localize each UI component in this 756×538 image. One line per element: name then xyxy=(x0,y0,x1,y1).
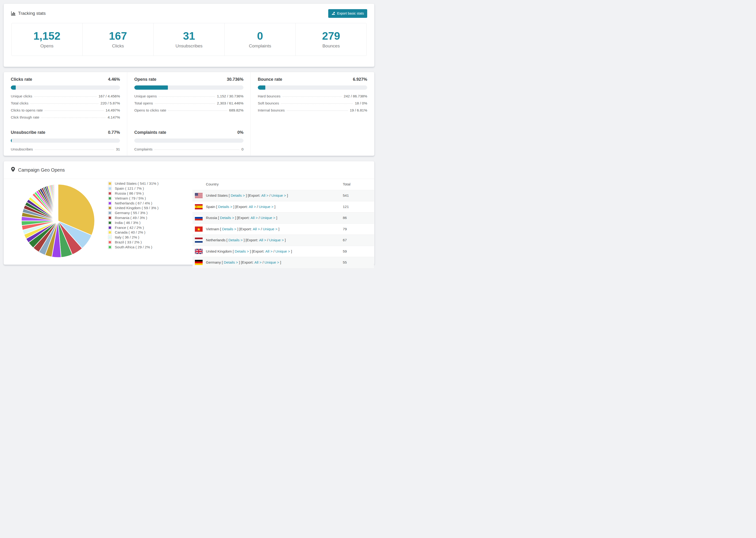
geo-title: Campaign Geo Opens xyxy=(18,167,65,173)
export-button-label: Export basic stats xyxy=(337,12,364,15)
legend-swatch xyxy=(108,245,112,249)
rate-title: Unsubscribe rate xyxy=(11,130,45,135)
dotted-leader xyxy=(41,118,106,118)
legend-item: Romania ( 49 / 3% ) xyxy=(108,215,158,220)
dotted-leader xyxy=(159,96,215,97)
legend-label: South Africa ( 29 / 2% ) xyxy=(115,245,152,249)
ru-flag-icon xyxy=(195,215,203,220)
export-all-link[interactable]: All > xyxy=(254,260,262,264)
rates-panel: Clicks rate4.46%Unique clicks167 / 4.456… xyxy=(4,72,374,156)
rate-list-item: Soft bounces18 / 0% xyxy=(258,101,367,105)
total-cell: 67 xyxy=(343,238,374,242)
export-unique-link[interactable]: Unique > xyxy=(271,193,286,197)
rate-progress-bar xyxy=(11,85,120,90)
legend-label: United States ( 541 / 31% ) xyxy=(115,182,158,186)
export-unique-link[interactable]: Unique > xyxy=(264,260,279,264)
pie-slice-other xyxy=(58,184,58,221)
export-all-link[interactable]: All > xyxy=(265,249,273,253)
rate-block: Complaints rate0%Complaints0 xyxy=(127,124,251,156)
tracking-stats-header: Tracking stats Export basic stats xyxy=(4,4,374,23)
legend-swatch xyxy=(108,226,112,230)
export-unique-link[interactable]: Unique > xyxy=(275,249,290,253)
legend-label: Spain ( 121 / 7% ) xyxy=(115,187,144,190)
rate-progress-bar xyxy=(11,138,120,143)
details-link[interactable]: Details > xyxy=(229,238,243,242)
rate-item-label: Complaints xyxy=(134,147,153,151)
details-link[interactable]: Details > xyxy=(231,193,245,197)
summary-stat: 31Unsubscribes xyxy=(153,23,225,56)
details-link[interactable]: Details > xyxy=(220,216,234,220)
rate-list-item: Total clicks220 / 5.87% xyxy=(11,101,120,105)
legend-swatch xyxy=(108,196,112,200)
rate-item-value: 19 / 6.81% xyxy=(350,108,367,112)
export-all-link[interactable]: All > xyxy=(253,227,260,231)
legend-swatch xyxy=(108,216,112,220)
rate-progress-fill xyxy=(258,85,265,90)
country-name: Spain xyxy=(206,205,215,209)
export-unique-link[interactable]: Unique > xyxy=(263,227,277,231)
country-table-row: Germany[Details >][Export:All >/Unique >… xyxy=(192,257,374,268)
rate-progress-bar xyxy=(134,85,243,90)
legend-item: Vietnam ( 79 / 5% ) xyxy=(108,196,158,201)
rate-value: 0.77% xyxy=(108,130,120,135)
export-unique-link[interactable]: Unique > xyxy=(269,238,284,242)
export-all-link[interactable]: All > xyxy=(249,205,256,209)
details-link[interactable]: Details > xyxy=(218,205,233,209)
tracking-stats-panel: Tracking stats Export basic stats 1,152O… xyxy=(4,4,374,67)
export-all-link[interactable]: All > xyxy=(259,238,266,242)
empty-cell xyxy=(251,124,374,156)
stat-label: Bounces xyxy=(322,43,340,49)
rate-progress-fill xyxy=(11,138,12,143)
country-cell: Russia[Details >][Export:All >/Unique >] xyxy=(206,216,343,220)
stat-value: 0 xyxy=(257,30,263,41)
country-table-row: United Kingdom[Details >][Export:All >/U… xyxy=(192,246,374,257)
total-cell: 541 xyxy=(343,193,374,198)
rate-list-item: Opens to clicks rate689.82% xyxy=(134,108,243,112)
stat-value: 279 xyxy=(322,30,340,41)
export-all-link[interactable]: All > xyxy=(250,216,258,220)
details-link[interactable]: Details > xyxy=(235,249,249,253)
export-all-link[interactable]: All > xyxy=(261,193,269,197)
total-cell: 59 xyxy=(343,249,374,253)
export-unique-link[interactable]: Unique > xyxy=(261,216,275,220)
bracket: ] xyxy=(250,249,251,253)
summary-stat: 167Clicks xyxy=(82,23,153,56)
legend-item: Brazil ( 33 / 2% ) xyxy=(108,240,158,245)
export-basic-stats-button[interactable]: Export basic stats xyxy=(328,9,367,18)
slash: / xyxy=(259,216,260,220)
rate-block: Unsubscribe rate0.77%Unsubscribes31 xyxy=(4,124,127,156)
legend-label: Vietnam ( 79 / 5% ) xyxy=(115,196,146,200)
rate-item-label: Internal bounces xyxy=(258,108,285,112)
stat-label: Clicks xyxy=(112,43,124,49)
rate-progress-bar xyxy=(258,85,367,90)
stat-value: 167 xyxy=(109,30,127,41)
details-link[interactable]: Details > xyxy=(222,227,237,231)
slash: / xyxy=(261,227,262,231)
map-pin-icon xyxy=(11,167,15,173)
rate-list-item: Unsubscribes31 xyxy=(11,147,120,151)
legend-label: Romania ( 49 / 3% ) xyxy=(115,216,147,220)
legend-swatch xyxy=(108,206,112,210)
rate-list-item: Unique clicks167 / 4.456% xyxy=(11,94,120,98)
legend-swatch xyxy=(108,191,112,195)
export-icon xyxy=(332,11,335,16)
rate-list-item: Click through rate4.147% xyxy=(11,115,120,120)
export-unique-link[interactable]: Unique > xyxy=(259,205,273,209)
legend-item: United Kingdom ( 59 / 3% ) xyxy=(108,206,158,211)
column-header-country: Country xyxy=(192,182,343,187)
us-flag-icon xyxy=(195,193,203,198)
legend-item: Germany ( 55 / 3% ) xyxy=(108,211,158,215)
details-link[interactable]: Details > xyxy=(224,260,238,264)
slash: / xyxy=(262,260,263,264)
export-label: [Export: xyxy=(237,216,249,220)
country-table-row: United States[Details >][Export:All >/Un… xyxy=(192,190,374,201)
legend-swatch xyxy=(108,231,112,234)
total-cell: 86 xyxy=(343,216,374,220)
rate-progress-fill xyxy=(134,85,168,90)
bracket: [ xyxy=(227,238,228,242)
legend-label: Germany ( 55 / 3% ) xyxy=(115,211,148,215)
geo-opens-pie-chart xyxy=(20,183,96,259)
legend-label: India ( 46 / 3% ) xyxy=(115,221,140,225)
legend-item: Canada ( 40 / 2% ) xyxy=(108,230,158,235)
export-label: [Export: xyxy=(239,227,252,231)
